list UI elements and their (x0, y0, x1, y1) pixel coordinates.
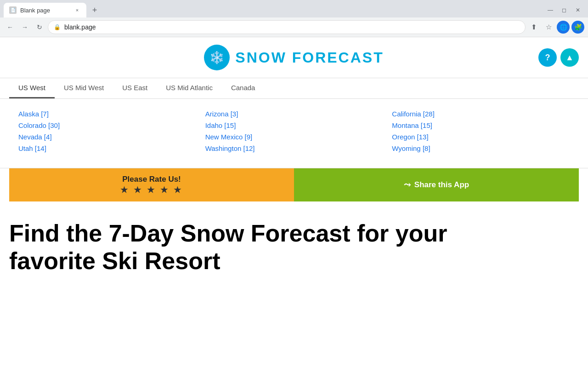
tab-us-mid-atlantic[interactable]: US Mid Atlantic (157, 78, 222, 98)
regions-grid: Alaska [7] Colorado [30] Nevada [4] Utah… (18, 108, 570, 154)
app-header: ❄️ SNOW FORECAST ? ▲ (0, 37, 588, 78)
reload-button[interactable]: ↻ (33, 21, 46, 34)
address-text: blank.page (64, 23, 520, 31)
rate-us-button[interactable]: Please Rate Us! ★ ★ ★ ★ ★ (9, 168, 294, 201)
region-california[interactable]: California [28] (392, 108, 570, 120)
back-button[interactable]: ← (4, 21, 17, 34)
tab-bar: 📄 Blank page × + — ◻ ✕ (0, 0, 588, 17)
address-bar-row: ← → ↻ 🔒 blank.page ⬆ ☆ 🌐 🧩 (0, 17, 588, 37)
toolbar-icons: ⬆ ☆ 🌐 🧩 (527, 21, 584, 34)
app-logo: ❄️ (204, 45, 230, 70)
region-utah[interactable]: Utah [14] (18, 143, 196, 154)
browser-chrome: 📄 Blank page × + — ◻ ✕ ← → ↻ 🔒 blank.pag… (0, 0, 588, 37)
share-app-button[interactable]: ⤳ Share this App (294, 168, 579, 201)
region-oregon[interactable]: Oregon [13] (392, 131, 570, 143)
extension-icon-1[interactable]: 🌐 (557, 21, 570, 34)
extension-icon-2[interactable]: 🧩 (571, 21, 584, 34)
region-new-mexico[interactable]: New Mexico [9] (205, 131, 383, 143)
window-controls: — ◻ ✕ (544, 4, 584, 17)
big-text: Find the 7-Day Snow Forecast for your fa… (9, 220, 579, 275)
region-colorado[interactable]: Colorado [30] (18, 120, 196, 131)
region-montana[interactable]: Montana [15] (392, 120, 570, 131)
header-right-buttons: ? ▲ (538, 48, 579, 67)
region-washington[interactable]: Washington [12] (205, 143, 383, 154)
tab-us-east[interactable]: US East (113, 78, 157, 98)
tabs: US West US Mid West US East US Mid Atlan… (9, 78, 579, 98)
main-content: Alaska [7] Colorado [30] Nevada [4] Utah… (0, 99, 588, 168)
region-arizona[interactable]: Arizona [3] (205, 108, 383, 120)
tab-close-button[interactable]: × (74, 6, 81, 14)
regions-col-2: Arizona [3] Idaho [15] New Mexico [9] Wa… (205, 108, 383, 154)
browser-tab[interactable]: 📄 Blank page × (4, 3, 86, 17)
tab-favicon: 📄 (9, 6, 17, 14)
page-content: ❄️ SNOW FORECAST ? ▲ US West US Mid West… (0, 37, 588, 293)
share-toolbar-icon[interactable]: ⬆ (527, 21, 540, 34)
action-buttons: Please Rate Us! ★ ★ ★ ★ ★ ⤳ Share this A… (9, 168, 579, 201)
logo-area: ❄️ SNOW FORECAST (204, 45, 384, 70)
big-text-section: Find the 7-Day Snow Forecast for your fa… (0, 201, 588, 293)
tab-us-west[interactable]: US West (9, 78, 55, 98)
region-idaho[interactable]: Idaho [15] (205, 120, 383, 131)
tab-canada[interactable]: Canada (222, 78, 265, 98)
tab-title: Blank page (20, 7, 70, 14)
regions-col-3: California [28] Montana [15] Oregon [13]… (392, 108, 570, 154)
account-button[interactable]: ▲ (560, 48, 579, 67)
rate-stars: ★ ★ ★ ★ ★ (18, 185, 285, 195)
maximize-button[interactable]: ◻ (558, 4, 571, 17)
logo-icon: ❄️ (209, 51, 224, 65)
tabs-container: US West US Mid West US East US Mid Atlan… (0, 78, 588, 99)
lock-icon: 🔒 (54, 24, 61, 30)
help-button[interactable]: ? (538, 48, 557, 67)
minimize-button[interactable]: — (544, 4, 557, 17)
app-title: SNOW FORECAST (235, 49, 384, 66)
address-bar[interactable]: 🔒 blank.page (48, 20, 526, 34)
close-window-button[interactable]: ✕ (571, 4, 584, 17)
new-tab-button[interactable]: + (88, 4, 101, 17)
forward-button[interactable]: → (18, 21, 31, 34)
region-nevada[interactable]: Nevada [4] (18, 131, 196, 143)
tab-us-mid-west[interactable]: US Mid West (55, 78, 113, 98)
regions-col-1: Alaska [7] Colorado [30] Nevada [4] Utah… (18, 108, 196, 154)
share-icon: ⤳ (404, 180, 411, 190)
region-alaska[interactable]: Alaska [7] (18, 108, 196, 120)
bookmark-icon[interactable]: ☆ (542, 21, 555, 34)
region-wyoming[interactable]: Wyoming [8] (392, 143, 570, 154)
